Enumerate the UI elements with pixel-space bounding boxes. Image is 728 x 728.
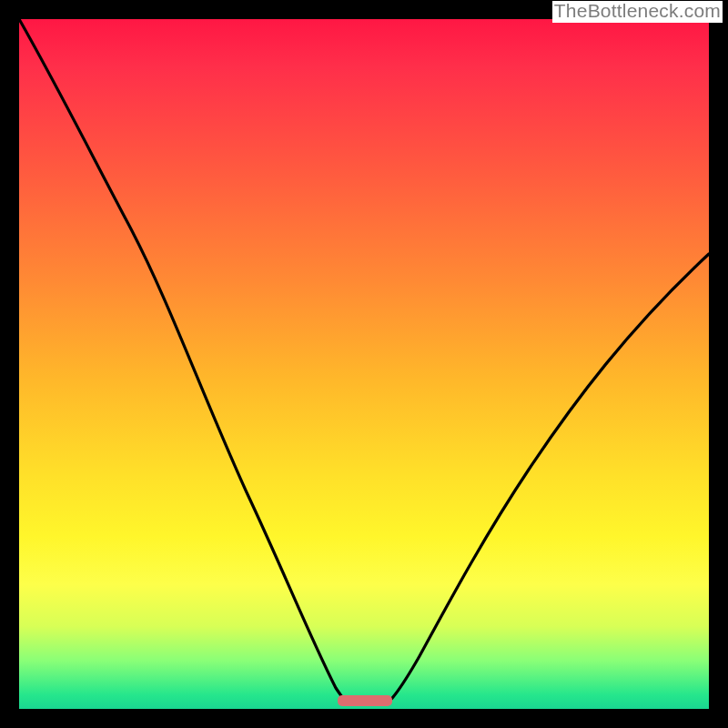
plot-area [19, 19, 709, 709]
attribution-label: TheBottleneck.com [552, 1, 723, 23]
chart-frame: TheBottleneck.com [0, 0, 728, 728]
curve-right [386, 254, 709, 704]
curve-left [19, 19, 349, 704]
bottleneck-curve [19, 19, 709, 709]
bottleneck-marker [338, 695, 392, 706]
